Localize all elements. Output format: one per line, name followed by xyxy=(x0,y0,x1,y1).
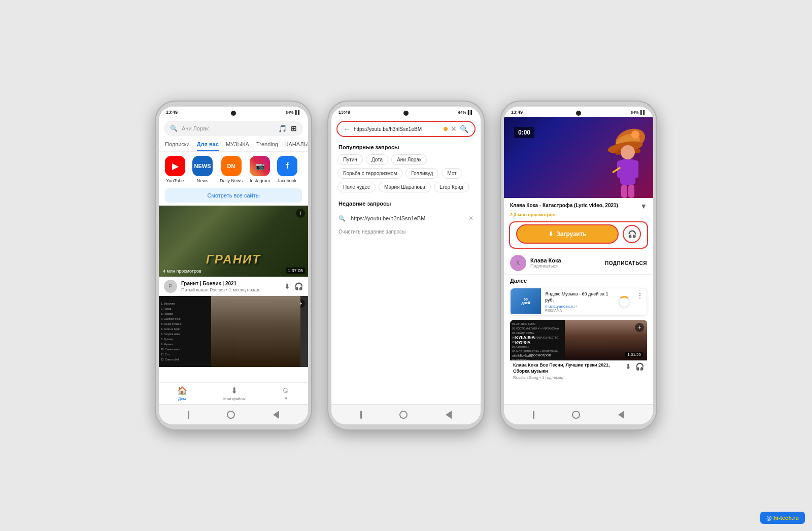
svg-rect-8 xyxy=(632,160,638,178)
tab-for-you[interactable]: Для вас xyxy=(197,141,219,151)
chip-mot[interactable]: Мот xyxy=(442,168,462,179)
back-gesture-2[interactable] xyxy=(446,411,452,419)
channel-row: К Клава Кока Подписаться ПОДПИСАТЬСЯ xyxy=(504,252,653,275)
news-icon: NEWS xyxy=(192,156,213,176)
chip-putin[interactable]: Путин xyxy=(337,154,363,165)
playlist-headphone-icon[interactable]: 🎧 xyxy=(635,362,644,371)
ad-card[interactable]: 60дней Яндекс Музыка - 60 дней за 1 руб.… xyxy=(510,288,647,316)
video-thumb-1: + ГРАНИТ 4 млн просмотров 1:37:05 xyxy=(159,206,308,277)
svg-point-3 xyxy=(631,130,639,139)
home-gesture-3[interactable] xyxy=(572,411,580,419)
tiktok-icon: 🎵 xyxy=(278,124,287,132)
shortcut-youtube[interactable]: ▶ YouTube xyxy=(165,156,185,183)
chip-dota[interactable]: Дота xyxy=(366,154,388,165)
views-count-3: 2,3 млн просмотров xyxy=(504,212,653,220)
tab-trending[interactable]: Trending xyxy=(256,141,278,151)
shortcut-facebook[interactable]: f facebook xyxy=(277,156,297,183)
video-detail-info: Клава Кока - Катастрофа (Lyric video, 20… xyxy=(504,198,653,212)
battery-1: 64% xyxy=(286,110,294,115)
nav-me[interactable]: ☺ Я xyxy=(282,386,290,401)
files-icon: ⬇ xyxy=(231,386,238,395)
battery-2: 64% xyxy=(458,110,466,115)
nav-files[interactable]: ⬇ Мои файлы xyxy=(223,386,246,401)
svg-rect-9 xyxy=(621,185,627,198)
clear-icon[interactable]: ✕ xyxy=(451,125,457,133)
back-arrow-icon[interactable]: ← xyxy=(344,125,351,133)
home-gesture-1[interactable] xyxy=(227,411,235,419)
headphone-button[interactable]: 🎧 xyxy=(623,225,641,243)
playlist-card-thumb: + 01. ЛУЧШИЕ ДЕМО02. КОСТЮМ (КЛАВА К × К… xyxy=(510,320,647,360)
recent-item-1[interactable]: 🔍 https://youtu.be/h3nISsn1eBM ✕ xyxy=(331,211,481,226)
screen-1: 🔍 🎵 ⊞ Подписки Для вас МУЗЫКА Trending К… xyxy=(159,117,308,382)
channel-sub-label: Подписаться xyxy=(530,263,605,269)
search-bar-1[interactable]: 🔍 🎵 ⊞ xyxy=(164,121,303,136)
chip-egor[interactable]: Егор Крид xyxy=(434,182,469,192)
video-actions-1: ⬇ 🎧 xyxy=(284,282,303,290)
video-meta-1: Гранит | Боевик | 2021 Пятый канал Росси… xyxy=(181,280,280,292)
facebook-icon: f xyxy=(277,156,297,176)
search-icon-2[interactable]: 🔍 xyxy=(460,125,468,133)
popular-section-title: Популярные запросы xyxy=(331,141,481,154)
download-arrow-icon: ⬇ xyxy=(548,230,553,238)
back-gesture-1[interactable] xyxy=(273,411,279,419)
shortcut-label-facebook: facebook xyxy=(278,178,297,183)
camera-dot-2 xyxy=(403,111,409,116)
tabs-row: Подписки Для вас МУЗЫКА Trending КАНАЛЫ xyxy=(159,139,308,152)
dailynews-icon: DN xyxy=(221,156,242,176)
gesture-bar-3 xyxy=(504,404,653,424)
playlist-tracklist: 1. Мальчики 2. Парад 3. Поедем 4. Самолё… xyxy=(159,296,211,367)
shortcut-news[interactable]: NEWS News xyxy=(192,156,213,183)
views-overlay-1: 4 млн просмотров xyxy=(163,269,201,274)
channel-name: Клава Кока xyxy=(530,257,605,263)
search-input-1[interactable] xyxy=(182,125,274,131)
dropdown-icon[interactable]: ▼ xyxy=(640,202,647,210)
tab-subscriptions[interactable]: Подписки xyxy=(165,141,190,151)
phone-3: 13:49 64% ▌▌ xyxy=(500,101,657,430)
download-label: Загрузить xyxy=(556,230,586,238)
shortcut-dailynews[interactable]: DN Daily News xyxy=(220,156,243,183)
chip-wheel[interactable]: Поле чудес xyxy=(337,182,376,192)
chip-hollywood[interactable]: Голливуд xyxy=(405,168,438,179)
ad-thumb-text: 60дней xyxy=(522,297,530,305)
instagram-icon: 📷 xyxy=(250,156,270,176)
headphone-icon-1[interactable]: 🎧 xyxy=(294,282,303,290)
ad-link[interactable]: music.yandex.ru › xyxy=(545,304,611,309)
shortcut-instagram[interactable]: 📷 Instagram xyxy=(250,156,270,183)
ad-loading-spinner xyxy=(618,296,630,308)
ad-menu-icon[interactable]: ⋮ xyxy=(633,288,647,315)
playlist-card[interactable]: + 01. ЛУЧШИЕ ДЕМО02. КОСТЮМ (КЛАВА К × К… xyxy=(510,320,647,381)
signal-icon-3: ▌▌ xyxy=(640,110,646,115)
tab-channels[interactable]: КАНАЛЫ xyxy=(285,141,308,151)
tab-music[interactable]: МУЗЫКА xyxy=(226,141,249,151)
video-card-2[interactable]: + 1. Мальчики 2. Парад 3. Поедем 4. Само… xyxy=(159,296,308,367)
playlist-download-icon[interactable]: ⬇ xyxy=(625,362,631,371)
nav-home[interactable]: 🏠 Дом xyxy=(177,386,187,401)
home-gesture-2[interactable] xyxy=(399,411,408,419)
video-hero-3: 0:00 xyxy=(504,117,653,198)
view-all-button[interactable]: Смотреть все сайты xyxy=(165,188,302,203)
clear-recent-button[interactable]: Очистить недавние запросы xyxy=(331,226,481,238)
recent-section-title: Недавние запросы xyxy=(331,197,481,211)
recent-close-icon[interactable]: ✕ xyxy=(468,215,473,222)
phone-1: 13:49 64% ▌▌ 🔍 🎵 ⊞ Подписки Для вас МУЗЫ… xyxy=(155,101,312,430)
playlist-actions: ⬇ 🎧 xyxy=(625,362,644,371)
chip-sharapova[interactable]: Мария Шарапова xyxy=(379,182,431,192)
chip-terrorism[interactable]: Борьба с терроризмом xyxy=(337,168,402,179)
nav-me-label: Я xyxy=(284,396,287,401)
video-info-1: P Гранит | Боевик | 2021 Пятый канал Рос… xyxy=(159,277,308,296)
download-icon-1[interactable]: ⬇ xyxy=(284,282,290,290)
download-button[interactable]: ⬇ Загрузить xyxy=(516,224,619,244)
gesture-bar-2 xyxy=(331,404,481,424)
character-artwork xyxy=(610,142,646,198)
gesture-lines-3 xyxy=(533,411,534,419)
url-input[interactable] xyxy=(354,126,441,132)
gesture-lines-2 xyxy=(360,411,362,419)
timer-badge: 0:00 xyxy=(514,127,534,138)
video-card-1[interactable]: + ГРАНИТ 4 млн просмотров 1:37:05 P Гран… xyxy=(159,206,308,296)
search-bar-2[interactable]: ← ✕ 🔍 xyxy=(336,121,476,137)
back-gesture-3[interactable] xyxy=(618,411,624,419)
watermark: @ hi-tech.ru xyxy=(760,512,805,524)
brand-tld: .ru xyxy=(792,515,799,521)
subscribe-button[interactable]: ПОДПИСАТЬСЯ xyxy=(605,260,647,266)
chip-ani-lorak[interactable]: Ани Лорак xyxy=(391,154,427,165)
